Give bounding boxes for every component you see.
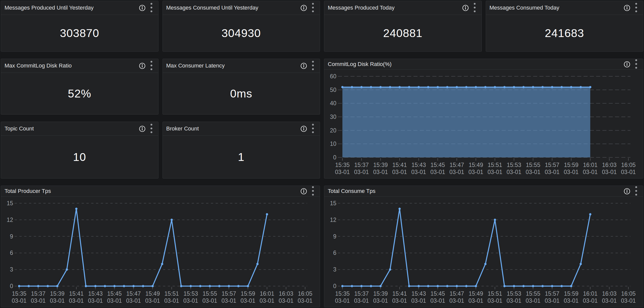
kebab-menu-icon[interactable] xyxy=(635,3,637,13)
info-icon[interactable] xyxy=(139,5,146,11)
kebab-menu-icon[interactable] xyxy=(635,59,637,70)
svg-text:15:51: 15:51 xyxy=(488,290,502,297)
panel-messages-produced-today: Messages Produced Today 240881 xyxy=(324,1,482,52)
svg-text:03-01: 03-01 xyxy=(126,297,141,304)
panel-header: Total Producer Tps xyxy=(1,186,320,197)
svg-text:03-01: 03-01 xyxy=(88,297,103,304)
kebab-menu-icon[interactable] xyxy=(312,60,314,71)
svg-text:15:43: 15:43 xyxy=(411,162,426,168)
svg-text:03-01: 03-01 xyxy=(183,297,198,304)
panel-title[interactable]: CommitLog Disk Ratio(%) xyxy=(328,61,392,67)
info-icon[interactable] xyxy=(624,61,630,68)
svg-text:15:37: 15:37 xyxy=(354,162,369,168)
svg-text:03-01: 03-01 xyxy=(373,297,388,304)
panel-body: 1 xyxy=(163,136,320,178)
info-icon[interactable] xyxy=(462,5,469,11)
svg-text:03-01: 03-01 xyxy=(12,297,27,304)
svg-text:03-01: 03-01 xyxy=(602,169,617,175)
panel-max-commitlog-disk-ratio: Max CommitLog Disk Ratio 52% xyxy=(1,59,158,115)
chart-plot-area[interactable]: 0369121515:3503-0115:3703-0115:3903-0115… xyxy=(1,197,320,307)
svg-text:03-01: 03-01 xyxy=(411,297,426,304)
panel-header: Messages Produced Today xyxy=(324,1,481,15)
panel-header-icons xyxy=(300,123,314,134)
panel-title[interactable]: Messages Consumed Today xyxy=(490,5,559,11)
info-icon[interactable] xyxy=(139,125,146,132)
kebab-menu-icon[interactable] xyxy=(150,3,153,13)
svg-text:03-01: 03-01 xyxy=(564,297,579,304)
svg-text:9: 9 xyxy=(333,233,336,240)
kebab-menu-icon[interactable] xyxy=(635,186,637,196)
info-icon[interactable] xyxy=(300,188,307,195)
panel-title[interactable]: Messages Produced Until Yesterday xyxy=(5,5,93,11)
svg-text:15:37: 15:37 xyxy=(354,290,369,297)
panel-title[interactable]: Total Consume Tps xyxy=(328,188,375,194)
svg-text:20: 20 xyxy=(330,127,336,134)
panel-header: Max CommitLog Disk Ratio xyxy=(1,59,158,73)
svg-text:03-01: 03-01 xyxy=(354,169,369,175)
chart-plot-area[interactable]: 0369121515:3503-0115:3703-0115:3903-0115… xyxy=(324,197,643,307)
info-icon[interactable] xyxy=(139,62,146,69)
svg-text:03-01: 03-01 xyxy=(69,297,84,304)
svg-text:50: 50 xyxy=(330,87,336,93)
kebab-menu-icon[interactable] xyxy=(150,60,153,71)
panel-title[interactable]: Broker Count xyxy=(166,125,199,132)
svg-text:03-01: 03-01 xyxy=(545,169,560,175)
svg-text:03-01: 03-01 xyxy=(526,297,540,304)
panel-title[interactable]: Messages Produced Today xyxy=(328,5,395,11)
kebab-menu-icon[interactable] xyxy=(473,3,476,13)
panel-max-consumer-latency: Max Consumer Latency 0ms xyxy=(163,59,320,115)
panel-header-icons xyxy=(462,3,476,13)
svg-text:6: 6 xyxy=(10,250,13,256)
info-icon[interactable] xyxy=(300,125,307,132)
info-icon[interactable] xyxy=(300,62,307,69)
svg-text:03-01: 03-01 xyxy=(202,297,217,304)
panel-body: 52% xyxy=(1,73,158,114)
panel-header-icons xyxy=(624,3,637,13)
panel-body: 241683 xyxy=(486,15,643,51)
svg-text:15:57: 15:57 xyxy=(545,290,560,297)
panel-header-icons xyxy=(624,59,637,70)
panel-title[interactable]: Messages Consumed Until Yesterday xyxy=(166,5,259,11)
svg-text:03-01: 03-01 xyxy=(507,169,522,175)
svg-text:15:53: 15:53 xyxy=(507,290,521,297)
chart-plot-area[interactable]: 010203040506015:3503-0115:3703-0115:3903… xyxy=(324,70,643,178)
panel-header-icons xyxy=(300,3,314,13)
panel-body: 10 xyxy=(1,136,158,178)
panel-title[interactable]: Max Consumer Latency xyxy=(166,62,225,69)
svg-text:03-01: 03-01 xyxy=(621,169,636,175)
stat-value: 240881 xyxy=(324,15,481,51)
svg-text:12: 12 xyxy=(7,217,13,223)
svg-text:15:57: 15:57 xyxy=(222,290,236,297)
info-icon[interactable] xyxy=(624,188,630,195)
svg-text:15:59: 15:59 xyxy=(564,290,578,297)
panel-title[interactable]: Topic Count xyxy=(5,125,34,132)
svg-text:6: 6 xyxy=(333,250,336,256)
svg-text:03-01: 03-01 xyxy=(164,297,179,304)
kebab-menu-icon[interactable] xyxy=(312,3,314,13)
dashboard-grid: Messages Produced Until Yesterday 303870… xyxy=(0,0,644,308)
info-icon[interactable] xyxy=(624,5,630,11)
panel-body: 0369121515:3503-0115:3703-0115:3903-0115… xyxy=(1,197,320,307)
svg-text:15:39: 15:39 xyxy=(373,290,388,297)
svg-text:15:45: 15:45 xyxy=(107,290,122,297)
stat-value: 0ms xyxy=(163,73,320,114)
info-icon[interactable] xyxy=(300,5,307,11)
stat-value: 1 xyxy=(163,136,320,178)
svg-text:15:55: 15:55 xyxy=(526,290,540,297)
svg-text:12: 12 xyxy=(330,217,336,223)
svg-text:03-01: 03-01 xyxy=(449,169,464,175)
panel-messages-consumed-until-yesterday: Messages Consumed Until Yesterday 304930 xyxy=(163,1,320,52)
svg-text:03-01: 03-01 xyxy=(545,297,560,304)
kebab-menu-icon[interactable] xyxy=(150,123,153,134)
svg-text:16:01: 16:01 xyxy=(260,290,274,297)
panel-header: CommitLog Disk Ratio(%) xyxy=(324,59,643,70)
panel-title[interactable]: Total Producer Tps xyxy=(5,188,51,194)
svg-text:15:35: 15:35 xyxy=(335,162,350,168)
kebab-menu-icon[interactable] xyxy=(312,186,314,196)
svg-text:15:41: 15:41 xyxy=(392,162,407,168)
kebab-menu-icon[interactable] xyxy=(312,123,314,134)
svg-text:15: 15 xyxy=(330,200,336,207)
svg-text:16:01: 16:01 xyxy=(583,162,598,168)
panel-title[interactable]: Max CommitLog Disk Ratio xyxy=(5,62,72,69)
svg-text:15:55: 15:55 xyxy=(203,290,217,297)
